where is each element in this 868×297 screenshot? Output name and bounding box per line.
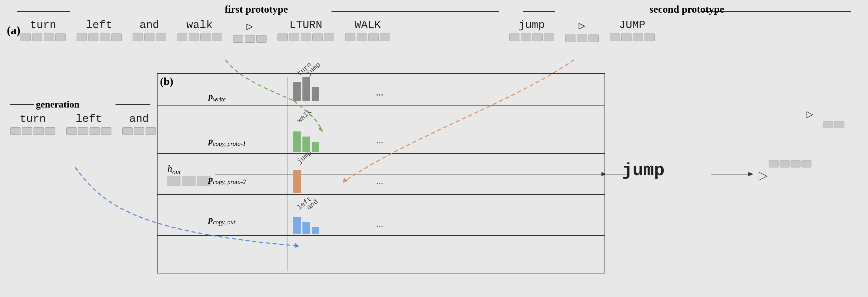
- word-label-jump-out: JUMP: [619, 19, 646, 31]
- token-box: [532, 33, 543, 41]
- token-boxes-and: [133, 33, 166, 41]
- svg-text:▷: ▷: [806, 108, 814, 121]
- token-boxes-arrow1: [233, 35, 267, 43]
- token-box: [645, 33, 655, 41]
- second-prototype-words: jump ▷ JUMP: [509, 19, 655, 42]
- word-left: left: [77, 19, 122, 41]
- token-box: [78, 127, 88, 135]
- token-box: [577, 34, 587, 42]
- svg-rect-35: [302, 77, 310, 101]
- word-walk-out: WALK: [345, 19, 390, 41]
- svg-rect-46: [791, 160, 800, 167]
- token-box: [633, 33, 643, 41]
- token-boxes-walk-out: [345, 33, 390, 41]
- gen-word-label-turn: turn: [20, 113, 46, 125]
- h-out-token-1: [167, 176, 180, 186]
- generation-label: generation: [36, 99, 80, 110]
- h-out-boxes: [167, 176, 211, 186]
- h-out-label: hout: [167, 163, 181, 176]
- svg-text:…: …: [376, 217, 383, 231]
- second-prototype-label: second prototype: [567, 3, 806, 15]
- arrow-2: ▷: [565, 19, 599, 42]
- token-box: [289, 33, 299, 41]
- arrow-1: ▷: [233, 19, 267, 43]
- section-a-label: (a): [7, 24, 21, 37]
- token-box: [610, 33, 620, 41]
- svg-rect-49: [824, 121, 833, 128]
- token-box: [212, 33, 222, 41]
- svg-rect-42: [302, 222, 310, 234]
- h-out-h: h: [167, 163, 172, 174]
- token-box: [312, 33, 323, 41]
- gen-word-label-and: and: [129, 113, 149, 125]
- word-label-walk: walk: [187, 19, 213, 31]
- svg-marker-16: [601, 172, 606, 176]
- word-jump-out: JUMP: [610, 19, 655, 41]
- triangle-right-1: ▷: [246, 19, 253, 33]
- token-boxes-turn: [21, 33, 66, 41]
- token-box: [44, 33, 54, 41]
- svg-rect-44: [769, 160, 778, 167]
- token-boxes-left: [77, 33, 122, 41]
- h-out-token-2: [182, 176, 195, 186]
- first-prototype-label: first prototype: [137, 3, 376, 15]
- token-box: [111, 33, 122, 41]
- token-box: [200, 33, 211, 41]
- gen-token-boxes-turn: [10, 127, 55, 135]
- token-box: [256, 35, 267, 43]
- svg-text:…: …: [376, 85, 383, 99]
- svg-text:turn: turn: [296, 61, 313, 77]
- gen-word-left: left: [66, 113, 111, 135]
- gen-word-label-left: left: [76, 113, 102, 125]
- token-box: [345, 33, 355, 41]
- svg-rect-39: [312, 142, 319, 152]
- token-box: [133, 33, 143, 41]
- svg-rect-50: [835, 121, 844, 128]
- token-box: [357, 33, 367, 41]
- first-prototype-words: turn left and: [21, 19, 390, 43]
- word-turn: turn: [21, 19, 66, 41]
- word-jump-in: jump: [509, 19, 554, 41]
- svg-rect-38: [302, 137, 310, 152]
- word-label-and: and: [139, 19, 159, 31]
- svg-rect-36: [312, 87, 319, 101]
- token-box: [233, 35, 243, 43]
- triangle-right-2: ▷: [579, 19, 585, 32]
- section-b-label: (b): [160, 75, 173, 88]
- svg-text:jump: jump: [296, 149, 313, 165]
- diagram-overlay: ▷ … … … … turn jump walk jump: [0, 0, 868, 297]
- token-box: [301, 33, 311, 41]
- svg-rect-41: [293, 217, 301, 234]
- token-box: [245, 35, 255, 43]
- token-box: [88, 33, 98, 41]
- svg-marker-23: [295, 243, 299, 248]
- token-box: [565, 34, 575, 42]
- token-boxes-walk: [177, 33, 222, 41]
- token-box: [77, 33, 87, 41]
- token-boxes-lturn: [277, 33, 334, 41]
- word-label-left: left: [86, 19, 112, 31]
- token-boxes-jump-in: [509, 33, 554, 41]
- svg-text:left: left: [296, 195, 313, 211]
- gen-token-boxes-and: [122, 127, 156, 135]
- word-label-walk-out: WALK: [355, 19, 381, 31]
- main-container: ▷ … … … … turn jump walk jump: [0, 0, 868, 297]
- word-walk: walk: [177, 19, 222, 41]
- generation-words: turn left and: [10, 113, 156, 135]
- token-box: [66, 127, 77, 135]
- token-box: [32, 33, 42, 41]
- svg-rect-37: [293, 131, 301, 152]
- token-box: [368, 33, 379, 41]
- gen-word-and: and: [122, 113, 156, 135]
- token-box: [22, 127, 32, 135]
- token-box: [621, 33, 632, 41]
- p-copy-proto2-label: pcopy, proto-2: [208, 174, 246, 186]
- svg-marker-22: [343, 178, 348, 183]
- token-box: [324, 33, 334, 41]
- token-box: [177, 33, 187, 41]
- token-box: [90, 127, 100, 135]
- p-copy-out-label: pcopy, out: [208, 214, 235, 226]
- svg-rect-45: [780, 160, 789, 167]
- token-box: [55, 33, 66, 41]
- svg-rect-34: [293, 82, 301, 101]
